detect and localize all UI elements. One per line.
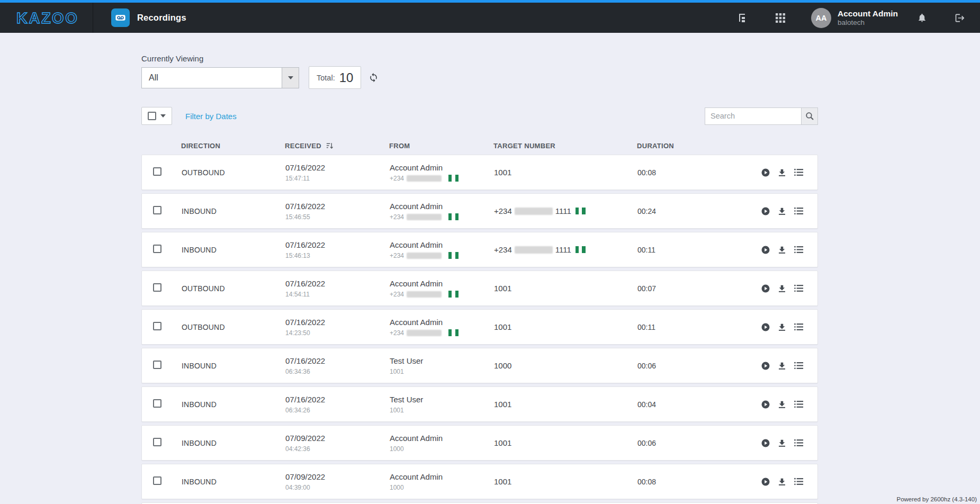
download-recording-button[interactable] [777, 438, 787, 448]
details-button[interactable] [794, 167, 804, 177]
from-number: 1001 [390, 368, 404, 375]
redacted-number [407, 291, 442, 298]
direction-value: INBOUND [182, 362, 217, 370]
play-icon [761, 245, 770, 255]
search-input[interactable] [705, 107, 801, 125]
nigeria-flag-icon [448, 252, 458, 259]
play-recording-button[interactable] [761, 206, 770, 216]
row-checkbox[interactable] [153, 245, 161, 253]
notifications-button[interactable] [903, 3, 941, 33]
sort-received-button[interactable] [326, 142, 334, 150]
play-recording-button[interactable] [761, 476, 770, 487]
duration-value: 00:06 [637, 362, 656, 370]
row-checkbox[interactable] [153, 361, 161, 369]
user-account-name: balotech [838, 19, 898, 27]
download-recording-button[interactable] [777, 322, 787, 332]
apps-button[interactable] [761, 3, 799, 33]
row-checkbox[interactable] [153, 283, 161, 292]
row-checkbox[interactable] [153, 322, 161, 330]
details-button[interactable] [794, 206, 804, 216]
row-checkbox[interactable] [153, 206, 161, 214]
table-row: OUTBOUND 07/16/2022 14:54:11 Account Adm… [141, 271, 818, 306]
duration-value: 00:04 [637, 400, 656, 409]
download-icon [777, 400, 787, 409]
from-number: +234 [390, 252, 404, 259]
play-icon [761, 477, 770, 487]
duration-value: 00:24 [637, 207, 656, 215]
table-row: OUTBOUND 07/16/2022 15:47:11 Account Adm… [141, 155, 818, 190]
details-button[interactable] [794, 476, 804, 487]
total-box: Total: 10 [309, 66, 361, 89]
row-checkbox[interactable] [153, 476, 161, 485]
select-all-checkbox[interactable] [148, 112, 156, 120]
play-recording-button[interactable] [761, 399, 770, 409]
column-header-target-number: TARGET NUMBER [493, 142, 637, 150]
download-recording-button[interactable] [777, 476, 787, 487]
play-recording-button[interactable] [761, 167, 770, 177]
target-number: 1001 [494, 477, 511, 486]
account-tree-icon [737, 13, 748, 23]
user-name: Account Admin [838, 8, 898, 19]
download-recording-button[interactable] [777, 167, 787, 177]
from-number: +234 [390, 291, 404, 298]
target-number: +234 [494, 245, 512, 254]
direction-value: INBOUND [182, 207, 217, 215]
list-icon [794, 438, 804, 448]
list-icon [794, 399, 804, 409]
select-all-dropdown[interactable] [141, 107, 172, 125]
target-number: 1001 [494, 168, 511, 177]
search-button[interactable] [801, 107, 818, 125]
download-recording-button[interactable] [777, 361, 787, 371]
refresh-button[interactable] [368, 73, 379, 84]
details-button[interactable] [794, 283, 804, 293]
download-recording-button[interactable] [777, 245, 787, 255]
play-recording-button[interactable] [761, 322, 770, 332]
details-button[interactable] [794, 399, 804, 409]
bell-icon [917, 13, 927, 23]
details-button[interactable] [794, 322, 804, 332]
download-icon [777, 206, 787, 216]
duration-value: 00:11 [637, 323, 655, 331]
received-date: 07/09/2022 [285, 434, 390, 443]
received-time: 04:42:36 [285, 445, 390, 453]
duration-value: 00:08 [637, 168, 656, 177]
play-recording-button[interactable] [761, 245, 770, 255]
direction-value: INBOUND [182, 400, 217, 409]
download-recording-button[interactable] [777, 283, 787, 293]
chevron-down-icon [160, 114, 166, 118]
powered-by-text: Powered by 2600hz (4.3-140) [896, 496, 977, 502]
details-button[interactable] [794, 245, 804, 255]
select-dropdown-button[interactable] [282, 68, 299, 88]
download-recording-button[interactable] [777, 399, 787, 409]
kazoo-logo[interactable]: KAZOO [0, 3, 93, 33]
received-time: 06:34:36 [285, 368, 390, 375]
row-checkbox[interactable] [153, 167, 161, 176]
currently-viewing-label: Currently Viewing [141, 54, 818, 63]
account-hierarchy-button[interactable] [723, 3, 761, 33]
direction-value: INBOUND [182, 478, 217, 486]
table-row: OUTBOUND 07/16/2022 14:23:50 Account Adm… [141, 309, 818, 345]
currently-viewing-select[interactable]: All [141, 67, 299, 88]
list-icon [794, 206, 804, 216]
play-icon [761, 400, 770, 409]
kazoo-logo-text: KAZOO [16, 10, 78, 26]
play-recording-button[interactable] [761, 361, 770, 371]
logout-button[interactable] [941, 3, 970, 33]
received-time: 15:47:11 [285, 175, 390, 182]
download-recording-button[interactable] [777, 206, 787, 216]
details-button[interactable] [794, 438, 804, 448]
row-checkbox[interactable] [153, 399, 161, 408]
from-name: Account Admin [390, 240, 494, 249]
target-number: 1001 [494, 284, 511, 293]
play-recording-button[interactable] [761, 283, 770, 293]
received-date: 07/16/2022 [285, 202, 390, 211]
play-recording-button[interactable] [761, 438, 770, 448]
user-menu[interactable]: AA Account Admin balotech [799, 8, 903, 28]
details-button[interactable] [794, 361, 804, 371]
row-checkbox[interactable] [153, 438, 161, 446]
from-name: Account Admin [390, 318, 494, 327]
filter-by-dates-link[interactable]: Filter by Dates [185, 112, 237, 121]
list-icon [794, 476, 804, 487]
nigeria-flag-icon [448, 213, 458, 220]
play-icon [761, 168, 770, 177]
